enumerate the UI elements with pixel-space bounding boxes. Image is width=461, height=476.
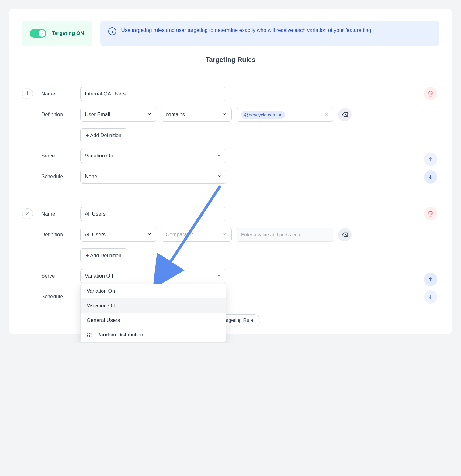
chevron-down-icon bbox=[222, 112, 227, 118]
label-definition: Definition bbox=[41, 108, 78, 122]
add-definition-button[interactable]: + Add Definition bbox=[80, 248, 127, 262]
definition-comparator-select[interactable]: contains bbox=[161, 108, 232, 122]
definition-comparator-select[interactable]: Comparator bbox=[161, 228, 232, 242]
label-schedule: Schedule bbox=[41, 290, 78, 304]
chevron-down-icon bbox=[217, 273, 222, 279]
rule-name-input[interactable] bbox=[80, 207, 226, 221]
delete-rule-button[interactable] bbox=[424, 87, 437, 100]
definition-property-select[interactable]: User Email bbox=[80, 108, 156, 122]
clear-icon[interactable]: × bbox=[325, 111, 329, 119]
arrow-down-icon bbox=[428, 174, 434, 180]
backspace-icon bbox=[341, 231, 348, 238]
move-rule-down-button[interactable] bbox=[424, 170, 437, 184]
info-banner: i Use targeting rules and user targeting… bbox=[100, 21, 439, 46]
label-schedule: Schedule bbox=[41, 170, 78, 184]
chevron-down-icon bbox=[147, 232, 152, 238]
serve-dropdown: Variation On Variation Off General Users bbox=[80, 284, 226, 343]
targeting-toggle-label: Targeting ON bbox=[52, 30, 84, 36]
chevron-down-icon bbox=[217, 174, 222, 180]
rule-1: 1 Name Definition Serve Schedule User Em… bbox=[22, 76, 439, 196]
serve-option-random-distribution[interactable]: Random Distribution bbox=[81, 328, 226, 342]
targeting-card: Targeting ON i Use targeting rules and u… bbox=[9, 9, 452, 334]
trash-icon bbox=[428, 211, 434, 217]
chevron-down-icon bbox=[147, 112, 152, 118]
info-text: Use targeting rules and user targeting t… bbox=[121, 27, 373, 34]
value-tag: @devcycle.com ✕ bbox=[241, 111, 285, 119]
remove-definition-button[interactable] bbox=[338, 108, 352, 121]
trash-icon bbox=[428, 91, 434, 97]
targeting-toggle-box: Targeting ON bbox=[22, 21, 92, 46]
serve-option-general-users[interactable]: General Users bbox=[81, 313, 226, 328]
label-serve: Serve bbox=[41, 149, 78, 163]
label-name: Name bbox=[41, 87, 78, 101]
section-title: Targeting Rules bbox=[22, 56, 439, 64]
tag-remove-icon[interactable]: ✕ bbox=[278, 112, 282, 117]
backspace-icon bbox=[341, 111, 348, 118]
definition-property-select[interactable]: All Users bbox=[80, 228, 156, 242]
schedule-select[interactable]: None bbox=[80, 170, 226, 184]
rule-number: 2 bbox=[22, 208, 33, 219]
serve-option-variation-on[interactable]: Variation On bbox=[81, 284, 226, 298]
check-icon bbox=[40, 32, 44, 35]
definition-value-box[interactable]: Enter a value and press enter... bbox=[237, 228, 333, 242]
move-rule-up-button[interactable] bbox=[424, 273, 437, 286]
info-icon: i bbox=[108, 27, 116, 35]
serve-select[interactable]: Variation Off bbox=[80, 269, 226, 283]
targeting-toggle[interactable] bbox=[30, 29, 46, 38]
delete-rule-button[interactable] bbox=[424, 207, 437, 220]
rule-number: 1 bbox=[22, 88, 33, 99]
move-rule-up-button[interactable] bbox=[424, 153, 437, 166]
arrow-up-icon bbox=[428, 156, 434, 162]
rule-2: 2 Name Definition Serve Schedule All Use… bbox=[22, 196, 439, 316]
move-rule-down-button[interactable] bbox=[424, 290, 437, 304]
rule-name-input[interactable] bbox=[80, 87, 226, 101]
arrow-down-icon bbox=[428, 294, 434, 300]
sliders-icon bbox=[87, 332, 93, 338]
serve-option-variation-off[interactable]: Variation Off bbox=[81, 298, 226, 313]
chevron-down-icon bbox=[222, 232, 227, 238]
serve-select[interactable]: Variation On bbox=[80, 149, 226, 163]
label-name: Name bbox=[41, 207, 78, 221]
header-row: Targeting ON i Use targeting rules and u… bbox=[22, 21, 439, 46]
label-serve: Serve bbox=[41, 269, 78, 283]
toggle-knob bbox=[39, 30, 45, 37]
arrow-up-icon bbox=[428, 276, 434, 282]
chevron-down-icon bbox=[217, 153, 222, 159]
label-definition: Definition bbox=[41, 228, 78, 242]
remove-definition-button[interactable] bbox=[338, 228, 352, 241]
add-definition-button[interactable]: + Add Definition bbox=[80, 128, 127, 142]
definition-value-box[interactable]: @devcycle.com ✕ × bbox=[237, 108, 333, 122]
